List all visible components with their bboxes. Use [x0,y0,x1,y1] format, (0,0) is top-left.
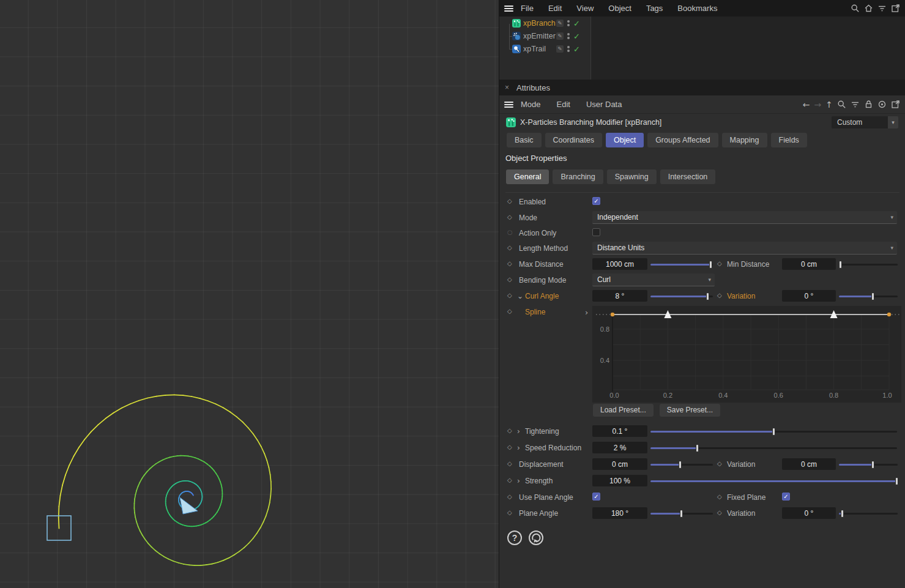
help-icon[interactable]: ? [505,529,524,547]
bending-mode-dropdown[interactable]: Curl▾ [592,274,715,286]
speed-reduction-slider[interactable] [650,444,897,452]
menu-tags[interactable]: Tags [646,4,663,13]
chevron-right-icon[interactable]: › [517,427,520,436]
spline-point[interactable] [611,313,614,316]
curl-variation-slider[interactable] [839,292,898,300]
visibility-dots-icon[interactable] [567,20,570,26]
displacement-variation-slider[interactable] [839,461,898,469]
keyframe-diamond-icon[interactable]: ◇ [507,260,512,267]
displacement-value[interactable]: 0 cm [592,458,647,470]
spline-expander-icon[interactable]: › [585,308,588,317]
attr-menu-mode[interactable]: Mode [521,100,541,109]
visibility-dots-icon[interactable] [567,33,570,39]
keyframe-diamond-icon[interactable]: ◇ [717,260,722,267]
tab-fields[interactable]: Fields [771,133,807,147]
max-distance-slider[interactable] [650,261,713,269]
spline-point[interactable] [887,313,891,316]
tab-basic[interactable]: Basic [507,133,542,147]
lock-icon[interactable] [864,100,873,109]
keyframe-diamond-icon[interactable]: ◇ [717,493,722,500]
attr-menu-userdata[interactable]: User Data [586,100,622,109]
object-name[interactable]: xpEmitter [523,32,555,40]
enabled-check-icon[interactable]: ✓ [573,32,580,41]
tightening-slider[interactable] [650,428,897,436]
tab-coordinates[interactable]: Coordinates [545,133,602,147]
keyframe-diamond-icon[interactable]: ◇ [507,460,512,467]
tightening-value[interactable]: 0.1 ° [592,425,647,437]
plane-variation-value[interactable]: 0 ° [782,507,836,519]
keyframe-diamond-icon[interactable]: ◇ [507,427,512,434]
subtab-spawning[interactable]: Spawning [607,169,657,184]
keyframe-diamond-icon[interactable]: ◇ [507,244,512,251]
tab-mapping[interactable]: Mapping [722,133,767,147]
hamburger-menu-icon[interactable] [504,4,513,13]
curl-variation-value[interactable]: 0 ° [782,290,836,302]
displacement-slider[interactable] [650,461,713,469]
3d-viewport[interactable] [0,0,499,588]
menu-file[interactable]: File [521,4,534,13]
speed-reduction-value[interactable]: 2 % [592,442,647,453]
attr-menu-edit[interactable]: Edit [557,100,570,109]
chevron-right-icon[interactable]: › [517,444,520,452]
length-method-dropdown[interactable]: Distance Units▾ [592,242,897,255]
min-distance-slider[interactable] [839,261,898,269]
hamburger-menu-icon[interactable] [504,100,513,109]
back-arrow-icon[interactable]: ← [803,100,810,110]
menu-edit[interactable]: Edit [548,4,562,13]
tab-groups-affected[interactable]: Groups Affected [647,133,718,147]
mode-dropdown[interactable]: Independent▾ [592,211,897,224]
forward-arrow-icon[interactable]: → [814,100,822,110]
keyframe-diamond-icon[interactable]: ◇ [507,477,512,483]
strength-slider[interactable] [650,477,897,485]
keyframe-diamond-icon[interactable]: ◇ [507,444,512,450]
edit-pencil-icon[interactable]: ✎ [556,32,564,40]
load-preset-button[interactable]: Load Preset... [593,404,654,417]
object-row-xpbranch[interactable]: xpBranch ✎ ✓ [499,17,591,29]
keyframe-diamond-icon[interactable]: ◇ [507,198,512,204]
spline-graph[interactable]: 0.8 0.4 0.0 0.2 0.4 0.6 0.8 1.0 [592,306,901,403]
enabled-check-icon[interactable]: ✓ [573,19,580,28]
keyframe-diamond-icon[interactable]: ◇ [507,292,512,299]
keyframe-diamond-icon[interactable]: ◇ [507,493,512,500]
plane-variation-slider[interactable] [839,510,898,518]
subtab-branching[interactable]: Branching [553,169,603,184]
plane-angle-slider[interactable] [650,510,713,518]
menu-object[interactable]: Object [608,4,631,13]
edit-pencil-icon[interactable]: ✎ [556,45,564,53]
keyframe-diamond-icon[interactable]: ◇ [507,308,512,314]
object-row-xpemitter[interactable]: xpEmitter ✎ ✓ [499,30,591,42]
enabled-checkbox[interactable]: ✓ [592,197,600,205]
object-row-xptrail[interactable]: xpTrail ✎ ✓ [499,43,591,55]
up-arrow-icon[interactable]: ↑ [825,100,833,110]
chevron-down-icon[interactable]: ▾ [888,116,898,128]
action-only-checkbox[interactable]: ✓ [592,228,600,236]
target-icon[interactable] [877,100,887,109]
home-icon[interactable] [864,4,873,13]
close-icon[interactable]: × [505,83,509,92]
keyframe-diamond-icon[interactable]: ◇ [507,214,512,220]
edit-pencil-icon[interactable]: ✎ [556,20,564,27]
plane-angle-value[interactable]: 180 ° [592,507,647,519]
keyframe-diamond-icon[interactable]: ◇ [507,276,512,283]
chevron-down-icon[interactable]: ⌄ [517,292,523,300]
keyframe-diamond-icon[interactable]: ◇ [717,292,722,299]
preset-dropdown[interactable]: Custom ▾ [832,116,898,128]
max-distance-value[interactable]: 1000 cm [592,258,647,270]
displacement-variation-value[interactable]: 0 cm [782,458,836,470]
filter-icon[interactable] [851,100,860,109]
reset-icon[interactable] [527,529,545,547]
curl-angle-slider[interactable] [650,292,713,300]
object-name[interactable]: xpTrail [523,45,555,53]
keyframe-diamond-icon[interactable]: ◇ [717,509,722,516]
strength-value[interactable]: 100 % [592,475,647,486]
subtab-intersection[interactable]: Intersection [660,169,716,184]
menu-view[interactable]: View [576,4,594,13]
chevron-right-icon[interactable]: › [517,477,520,485]
fixed-plane-checkbox[interactable]: ✓ [782,493,790,501]
visibility-dots-icon[interactable] [567,46,570,52]
curl-angle-value[interactable]: 8 ° [592,290,647,302]
filter-icon[interactable] [877,4,887,13]
tab-object[interactable]: Object [606,133,644,147]
save-preset-button[interactable]: Save Preset... [660,404,720,417]
keyframe-diamond-icon[interactable]: ◇ [717,460,722,467]
